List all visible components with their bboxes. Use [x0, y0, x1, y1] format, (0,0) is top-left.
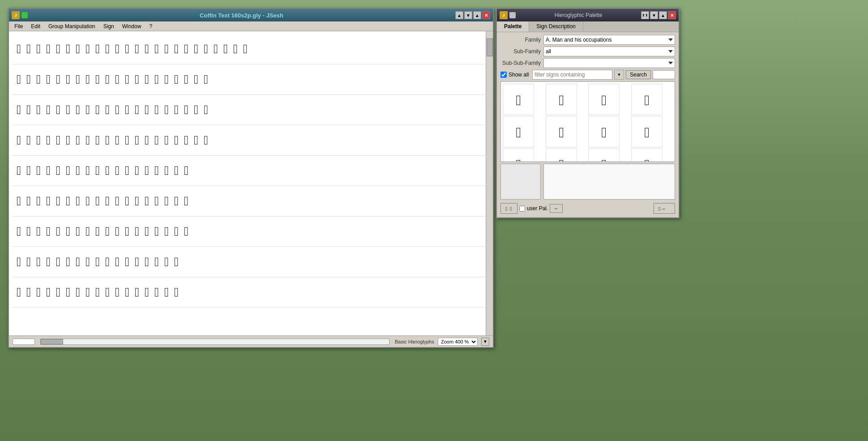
palette-close-btn[interactable]: ✕	[668, 11, 676, 19]
insert-sign-btn[interactable]: 𓀀 𓀁	[500, 203, 517, 214]
search-input[interactable]	[653, 70, 675, 79]
hiero-char: 𓌁	[54, 195, 63, 208]
sign-cell-A6[interactable]: 𓀅	[546, 116, 577, 147]
hiero-char: 𓏀	[83, 165, 92, 177]
hiero-char: 𓂀	[152, 104, 161, 116]
menu-file[interactable]: File	[11, 22, 26, 30]
hiero-char: 𓋴	[34, 134, 43, 147]
hiero-char: 𓅱	[182, 195, 191, 208]
sign-cell-A7[interactable]: 𓀆	[588, 116, 620, 147]
hiero-char: 𓆓	[14, 73, 23, 86]
hiero-char: 𓇋	[182, 225, 191, 238]
sign-cell-A12[interactable]: 𓀋	[631, 148, 663, 161]
hscroll-thumb[interactable]	[41, 339, 63, 344]
menu-sign[interactable]: Sign	[100, 22, 118, 30]
hiero-char: 𓈗	[152, 225, 161, 238]
menu-help[interactable]: ?	[145, 22, 156, 30]
scroll-down-btn[interactable]: ▼	[464, 11, 472, 19]
palette-maximize-btn[interactable]: ▲	[659, 11, 667, 19]
menu-window[interactable]: Window	[119, 22, 145, 30]
svg-text:𓀀: 𓀀	[505, 206, 507, 212]
menu-group-manipulation[interactable]: Group Manipulation	[45, 22, 99, 30]
editor-scrollbar-v[interactable]	[486, 31, 493, 335]
filter-row: Show all ▼ Search	[500, 70, 675, 80]
hiero-char: 𓄔	[113, 43, 122, 55]
subfamily-label: Sub-Family	[500, 48, 541, 55]
minimize-btn[interactable]: ▲	[473, 11, 481, 19]
sign-cell-A11[interactable]: 𓀊	[588, 148, 620, 161]
sign-cell-A9[interactable]: 𓀈	[503, 148, 534, 161]
hiero-char: 𓂀	[73, 225, 82, 238]
show-all-checkbox[interactable]	[500, 72, 507, 78]
menu-edit[interactable]: Edit	[27, 22, 44, 30]
subsubfamily-select[interactable]	[543, 58, 675, 68]
palette-restore-btn[interactable]: ⬆⬆	[641, 11, 649, 19]
hiero-char: 𓀭	[152, 195, 161, 208]
tab-palette[interactable]: Palette	[497, 21, 529, 32]
svg-text:𓀀: 𓀀	[516, 92, 521, 108]
app-icon: J	[12, 11, 20, 19]
svg-text:J: J	[502, 13, 505, 17]
hiero-char: 𓆑	[54, 43, 63, 55]
scrollbar-thumb[interactable]	[487, 38, 493, 56]
palette-minimize-btn[interactable]: ▼	[650, 11, 658, 19]
hiero-char: 𓅓	[152, 286, 161, 299]
sign-cell-A1[interactable]: 𓀀	[503, 84, 534, 115]
hiero-char: 𓂽	[64, 286, 73, 299]
scroll-left-box[interactable]	[13, 339, 35, 345]
close-btn[interactable]: ✕	[482, 11, 490, 19]
hiero-char: 𓄔	[113, 225, 122, 238]
zoom-menu-btn[interactable]: ▼	[481, 338, 489, 346]
filter-dropdown-btn[interactable]: ▼	[614, 70, 624, 80]
hiero-char: 𓀭	[192, 43, 201, 55]
hiero-char: 𓂀	[73, 43, 82, 55]
sign-cell-A5[interactable]: 𓀄	[503, 116, 534, 147]
hiero-char: 𓄔	[44, 195, 53, 208]
hiero-char: 𓅱	[142, 225, 151, 238]
search-button[interactable]: Search	[626, 70, 651, 79]
horizontal-scrollbar[interactable]	[40, 339, 389, 345]
hiero-char: 𓌀	[44, 165, 53, 177]
sign-cell-A8[interactable]: 𓀇	[631, 116, 663, 147]
insert-right-btn[interactable]: 𓀀→	[654, 203, 675, 214]
hiero-char: 𓈙	[34, 73, 43, 86]
svg-text:𓀉: 𓀉	[559, 157, 564, 161]
family-select[interactable]: A. Man and his occupations B. Woman C. D…	[543, 35, 675, 45]
svg-text:𓀃: 𓀃	[644, 92, 650, 108]
tab-sign-description[interactable]: Sign Description	[529, 21, 583, 32]
filter-input[interactable]	[532, 70, 612, 80]
hiero-char: 𓆑	[54, 134, 63, 147]
hiero-char: 𓋹	[14, 286, 23, 299]
zoom-select[interactable]: Zoom 400 % Zoom 200 % Zoom 100 %	[438, 338, 478, 346]
hiero-char: 𓇯	[201, 73, 210, 86]
hiero-char: 𓇋	[231, 43, 240, 55]
hiero-char: 𓄿	[34, 43, 43, 55]
hiero-char: 𓏀	[83, 256, 92, 268]
back-arrow-btn[interactable]: ←	[550, 204, 563, 213]
hiero-char: 𓌀	[14, 43, 23, 55]
svg-text:𓀄: 𓀄	[516, 124, 521, 140]
sign-cell-A10[interactable]: 𓀉	[546, 148, 577, 161]
hiero-char: 𓅓	[211, 43, 220, 55]
hiero-char: 𓌳	[24, 225, 33, 238]
sign-cell-A3[interactable]: 𓀂	[588, 84, 620, 115]
hiero-char: 𓄔	[44, 286, 53, 299]
sign-cell-A4[interactable]: 𓀃	[631, 84, 663, 115]
palette-title: Hieroglyphic Palette	[555, 12, 603, 18]
hiero-char: 𓂽	[64, 195, 73, 208]
hiero-char: 𓐍	[162, 256, 171, 268]
subfamily-select[interactable]: all kneeling seated standing	[543, 47, 675, 56]
hiero-char: 𓈖	[93, 43, 102, 55]
hiero-char: 𓏞	[54, 104, 63, 116]
hiero-char: 𓁹	[64, 225, 73, 238]
hiero-char: 𓏞	[34, 165, 43, 177]
hiero-char: 𓁹	[64, 43, 73, 55]
hiero-char: 𓐍	[162, 165, 171, 177]
hiero-row-3: 𓌁 𓂽 𓀉 𓃛 𓏞 𓆓 𓇳 𓃹 𓅱 𓂻 𓈖 𓌳 𓆭 𓁹 𓂀 𓅓	[13, 95, 489, 125]
action-row: 𓀀 𓀁 user Pal. ← 𓀀→	[500, 201, 675, 215]
hiero-char: 𓂋	[44, 73, 53, 86]
hiero-char: 𓆭	[133, 165, 141, 177]
user-pal-checkbox[interactable]	[519, 206, 525, 212]
scroll-up-btn[interactable]: ▲	[455, 11, 463, 19]
sign-cell-A2[interactable]: 𓀁	[546, 84, 577, 115]
